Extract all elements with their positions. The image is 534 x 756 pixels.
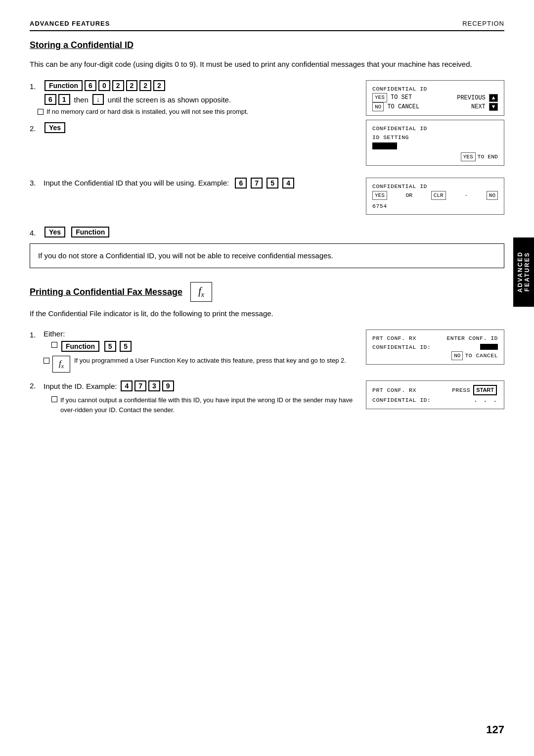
step3-keys: 6 7 5 4: [234, 179, 295, 187]
lcd1a-next-label: NEXT: [471, 103, 486, 110]
print-step2-key3: 3: [148, 380, 160, 391]
print-step2-content: Input the ID. Example: 4 7 3 9 If you ca…: [44, 380, 354, 415]
step1-key-2c: 2: [139, 80, 151, 91]
lcd1a-no-label: NO: [372, 102, 384, 112]
step1-function-key: Function: [44, 80, 83, 91]
lcd1a-previous-label: PREVIOUS: [457, 94, 486, 101]
step1-left: 1. Function 6 0 2 2 2 2 6 1 then ↓ until…: [30, 80, 354, 136]
print-step2-text: Input the ID. Example:: [44, 382, 117, 390]
lcd-print2-row2: CONFIDENTIAL ID: . . .: [372, 395, 498, 405]
step1-line: 1. Function 6 0 2 2 2 2: [30, 80, 354, 91]
lcd1a-title: CONFIDENTIAL ID: [372, 85, 498, 93]
lcd3-value: 6754: [372, 202, 498, 210]
sidebar-tab-text: ADVANCED FEATURES: [517, 251, 531, 292]
print-step2-right: PRT CONF. RX PRESS START CONFIDENTIAL ID…: [366, 380, 504, 413]
step3-block: 3. Input the Confidential ID that you wi…: [30, 178, 504, 219]
print-step1-num: 1.: [30, 331, 44, 339]
print-step1-block: 1. Either: Function 5 5 fx I: [30, 330, 504, 373]
print-step2-left: 2. Input the ID. Example: 4 7 3 9 If you…: [30, 380, 354, 415]
print-step1-left: 1. Either: Function 5 5 fx I: [30, 330, 354, 373]
print-step2-note-text: If you cannot output a confidential file…: [60, 395, 354, 415]
lcd3-clr-label: CLR: [431, 191, 446, 200]
lcd-box-1a: CONFIDENTIAL ID YES TO SET PREVIOUS ▲ NO…: [366, 80, 504, 116]
lcd3-no-label: NO: [487, 191, 498, 200]
print-step1b-row: fx If you programmed a User Function Key…: [44, 356, 346, 373]
page: ADVANCED FEATURES RECEPTION Storing a Co…: [0, 0, 534, 756]
checkbox-icon: [38, 109, 44, 115]
lcd-print1-row2: CONFIDENTIAL ID:: [372, 343, 498, 351]
lcd1a-no-group: NO TO CANCEL: [372, 102, 419, 112]
lcd3-clr-btn: CLR: [431, 191, 446, 200]
lcd-print1-row3: NO TO CANCEL: [372, 351, 498, 361]
lcd1a-previous-group: PREVIOUS ▲: [457, 94, 498, 102]
step4-num: 4.: [30, 229, 44, 237]
checkbox-1b: [44, 358, 49, 364]
lcd-print2-conf: CONFIDENTIAL ID:: [372, 396, 431, 404]
step2-yes-key: Yes: [44, 122, 65, 133]
print-step2-key4: 4: [121, 380, 133, 391]
section1-title: Storing a Confidential ID: [30, 40, 504, 50]
print-step1-row: 1. Either: Function 5 5 fx I: [30, 330, 354, 373]
lcd1b-toend-row: YES TO END: [372, 152, 498, 162]
step1b-key-1: 1: [58, 94, 70, 105]
lcd1a-tocancel: TO CANCEL: [387, 103, 419, 110]
print-step2-key7: 7: [134, 380, 146, 391]
lcd3-no-btn: NO: [487, 191, 498, 200]
step1b-note: If no memory card or hard disk is instal…: [46, 108, 248, 115]
step1-right: CONFIDENTIAL ID YES TO SET PREVIOUS ▲ NO…: [366, 80, 504, 170]
step1b-tail: until the screen is as shown opposite.: [108, 95, 231, 104]
page-number: 127: [486, 723, 504, 736]
step1-key-2a: 2: [112, 80, 124, 91]
step3-num: 3.: [30, 179, 44, 187]
lcd-box-print2: PRT CONF. RX PRESS START CONFIDENTIAL ID…: [366, 380, 504, 409]
section2-header: Printing a Confidential Fax Message fx: [30, 282, 504, 302]
print-step1-either: Either:: [44, 330, 346, 338]
step2-line: 2. Yes: [30, 122, 354, 133]
step3-key-4: 4: [282, 178, 294, 189]
checkbox-1a: [51, 342, 57, 348]
step3-key-7: 7: [251, 178, 263, 189]
sidebar-tab: ADVANCED FEATURES: [513, 237, 534, 307]
print-step1b-text: If you programmed a User Function Key to…: [74, 356, 346, 366]
lcd3-title: CONFIDENTIAL ID: [372, 182, 498, 190]
lcd-print2-prt: PRT CONF. RX: [372, 386, 416, 394]
step3-text: Input the Confidential ID that you will …: [44, 178, 295, 189]
lcd1a-toset: TO SET: [391, 94, 412, 101]
lcd3-or: OR: [405, 191, 412, 199]
lcd-print1-conf: CONFIDENTIAL ID:: [372, 343, 431, 351]
print-step2-key9: 9: [162, 380, 174, 391]
lcd1b-line2: ID SETTING: [372, 133, 498, 142]
step1-key-2d: 2: [153, 80, 165, 91]
lcd1b-title: CONFIDENTIAL ID: [372, 124, 498, 133]
lcd1a-row2: NO TO CANCEL NEXT ▼: [372, 102, 498, 112]
lcd1b-toend: TO END: [478, 152, 498, 162]
print-step2-row: 2. Input the ID. Example: 4 7 3 9 If you…: [30, 380, 354, 415]
lcd1a-yes-label: YES: [372, 93, 387, 102]
section2-title: Printing a Confidential Fax Message: [30, 287, 182, 297]
step1-key-6: 6: [85, 80, 96, 91]
lcd-box-1b: CONFIDENTIAL ID ID SETTING YES TO END: [366, 120, 504, 166]
print-step1a-function: Function: [61, 341, 99, 352]
print-step1a-key5b: 5: [120, 341, 132, 352]
lcd-print1-black: [480, 344, 498, 350]
print-step1a-content: Function 5 5: [60, 341, 133, 352]
lcd1a-row1: YES TO SET PREVIOUS ▲: [372, 93, 498, 102]
step1b-then: then: [74, 95, 89, 104]
lcd-print1-row1: PRT CONF. RX ENTER CONF. ID: [372, 334, 498, 342]
step1-key-2b: 2: [126, 80, 138, 91]
checkbox-2: [51, 396, 57, 402]
lcd-print2-start: START: [473, 385, 497, 395]
print-step2-num: 2.: [30, 381, 44, 390]
print-step1a-key5a: 5: [104, 341, 116, 352]
step3-right: CONFIDENTIAL ID YES OR CLR · NO 6754: [366, 178, 504, 219]
step1-block: 1. Function 6 0 2 2 2 2 6 1 then ↓ until…: [30, 80, 504, 170]
step1b-line: 6 1 then ↓ until the screen is as shown …: [44, 94, 354, 105]
print-step1a-row: Function 5 5: [51, 341, 346, 352]
step4-function-key: Function: [71, 227, 109, 237]
lcd1a-up-arrow: ▲: [489, 94, 498, 102]
step1b-arrow: ↓: [92, 94, 104, 105]
lcd1a-yes-btn: YES TO SET: [372, 93, 412, 102]
fx-icon: fx: [190, 282, 212, 302]
step1-num: 1.: [30, 82, 44, 91]
lcd-print2-dots: . . .: [474, 395, 498, 405]
